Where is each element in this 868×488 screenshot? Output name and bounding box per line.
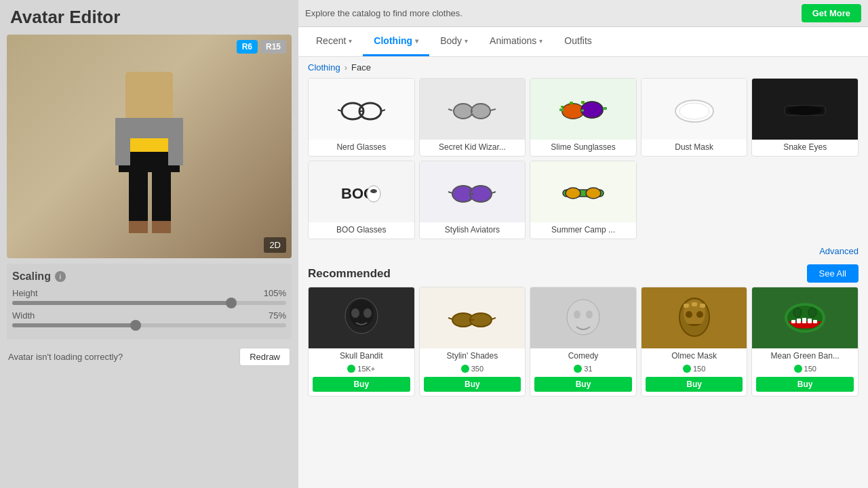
page-title: Avatar Editor bbox=[7, 7, 292, 28]
item-price-olmec-mask: 150 bbox=[642, 365, 747, 375]
item-mean-green-ban[interactable]: Mean Green Ban... 150 Buy bbox=[751, 287, 859, 396]
advanced-link[interactable]: Advanced bbox=[308, 246, 859, 256]
item-img-stylish-aviators bbox=[420, 161, 526, 222]
svg-rect-55 bbox=[791, 320, 795, 323]
svg-line-7 bbox=[448, 109, 452, 110]
item-stylish-aviators[interactable]: Stylish Aviators bbox=[419, 161, 526, 239]
item-dust-mask[interactable]: Dust Mask bbox=[641, 78, 748, 157]
svg-rect-57 bbox=[802, 318, 806, 323]
item-img-boo-glasses: BOO bbox=[309, 161, 414, 222]
chevron-down-icon: ▾ bbox=[465, 37, 468, 45]
height-slider-thumb[interactable] bbox=[226, 298, 237, 308]
svg-rect-49 bbox=[692, 302, 697, 306]
left-panel: Avatar Editor R6 R15 bbox=[0, 0, 298, 488]
avatar-feet-right bbox=[152, 221, 171, 233]
tab-clothing[interactable]: Clothing ▾ bbox=[363, 27, 429, 56]
svg-point-22 bbox=[788, 106, 822, 115]
r6-badge[interactable]: R6 bbox=[237, 40, 258, 54]
svg-point-12 bbox=[581, 102, 603, 118]
get-more-button[interactable]: Get More bbox=[802, 4, 861, 22]
buy-button-stylin-shades[interactable]: Buy bbox=[424, 377, 521, 392]
scaling-info-icon[interactable]: i bbox=[55, 271, 66, 282]
buy-button-skull-bandit[interactable]: Buy bbox=[313, 377, 410, 392]
scaling-section: Scaling i Height 105% Width 75% bbox=[7, 264, 292, 340]
robux-icon bbox=[461, 365, 469, 373]
svg-line-41 bbox=[492, 318, 496, 319]
breadcrumb-separator: › bbox=[344, 62, 347, 73]
avatar-left-leg bbox=[129, 170, 148, 221]
svg-rect-16 bbox=[561, 106, 564, 108]
tab-animations[interactable]: Animations ▾ bbox=[479, 27, 553, 56]
catalog-topbar: Explore the catalog to find more clothes… bbox=[298, 0, 868, 27]
buy-button-olmec-mask[interactable]: Buy bbox=[646, 377, 743, 392]
avatar-error-text: Avatar isn't loading correctly? bbox=[8, 352, 123, 362]
svg-point-33 bbox=[586, 188, 601, 199]
svg-rect-13 bbox=[559, 108, 564, 111]
item-name-slime-sunglasses: Slime Sunglasses bbox=[530, 140, 636, 156]
item-img-slime-sunglasses bbox=[530, 79, 636, 140]
robux-icon bbox=[574, 365, 582, 373]
item-img-olmec-mask bbox=[642, 287, 747, 348]
svg-rect-14 bbox=[603, 107, 607, 110]
view-mode-badge[interactable]: 2D bbox=[264, 237, 286, 253]
item-name-comedy: Comedy bbox=[530, 348, 636, 365]
chevron-down-icon: ▾ bbox=[415, 37, 418, 45]
item-img-comedy bbox=[530, 287, 636, 348]
item-img-mean-green-ban bbox=[752, 287, 858, 348]
avatar-figure bbox=[95, 65, 203, 241]
item-name-snake-eyes: Snake Eyes bbox=[752, 140, 858, 156]
item-img-snake-eyes bbox=[752, 79, 858, 140]
item-name-nerd-glasses: Nerd Glasses bbox=[309, 140, 414, 156]
item-nerd-glasses[interactable]: Nerd Glasses bbox=[308, 78, 415, 157]
tab-recent[interactable]: Recent ▾ bbox=[305, 27, 363, 56]
nav-tabs: Recent ▾ Clothing ▾ Body ▾ Animations ▾ … bbox=[298, 27, 868, 57]
item-olmec-mask[interactable]: Olmec Mask 150 Buy bbox=[641, 287, 748, 396]
recommended-section-header: Recommended See All bbox=[308, 259, 859, 287]
item-boo-glasses[interactable]: BOO BOO Glasses bbox=[308, 161, 415, 239]
scaling-header: Scaling i bbox=[12, 270, 286, 283]
breadcrumb: Clothing › Face bbox=[298, 57, 868, 78]
tab-body[interactable]: Body ▾ bbox=[429, 27, 479, 56]
item-stylin-shades[interactable]: Stylin' Shades 350 Buy bbox=[419, 287, 526, 396]
svg-rect-58 bbox=[808, 319, 812, 323]
item-name-dust-mask: Dust Mask bbox=[642, 140, 747, 156]
item-skull-bandit[interactable]: Skull Bandit 15K+ Buy bbox=[308, 287, 415, 396]
buy-button-comedy[interactable]: Buy bbox=[534, 377, 632, 392]
breadcrumb-clothing-link[interactable]: Clothing bbox=[308, 62, 340, 73]
item-name-summer-camp: Summer Camp ... bbox=[530, 222, 636, 239]
recommended-title: Recommended bbox=[308, 267, 391, 281]
item-snake-eyes[interactable]: Snake Eyes bbox=[751, 78, 859, 157]
item-name-mean-green-ban: Mean Green Ban... bbox=[752, 348, 858, 365]
item-name-boo-glasses: BOO Glasses bbox=[309, 222, 414, 239]
buy-button-mean-green-ban[interactable]: Buy bbox=[756, 377, 854, 392]
item-price-comedy: 31 bbox=[530, 365, 636, 375]
avatar-badges: R6 R15 bbox=[237, 40, 286, 54]
avatar-error-row: Avatar isn't loading correctly? Redraw bbox=[7, 348, 292, 366]
item-comedy[interactable]: Comedy 31 Buy bbox=[530, 287, 637, 396]
width-slider-track[interactable] bbox=[12, 323, 286, 327]
tab-outfits[interactable]: Outfits bbox=[553, 27, 602, 56]
svg-rect-48 bbox=[684, 304, 689, 308]
svg-point-32 bbox=[566, 188, 580, 199]
height-slider-track[interactable] bbox=[12, 301, 286, 305]
item-name-stylish-aviators: Stylish Aviators bbox=[420, 222, 526, 239]
robux-icon bbox=[347, 365, 355, 373]
height-label: Height bbox=[12, 288, 38, 298]
chevron-down-icon: ▾ bbox=[349, 37, 352, 45]
item-summer-camp[interactable]: Summer Camp ... bbox=[530, 161, 637, 239]
width-label: Width bbox=[12, 310, 35, 321]
svg-rect-17 bbox=[570, 102, 573, 104]
r15-badge[interactable]: R15 bbox=[260, 40, 286, 54]
svg-point-44 bbox=[574, 310, 580, 319]
item-name-stylin-shades: Stylin' Shades bbox=[420, 348, 526, 365]
see-all-button[interactable]: See All bbox=[807, 264, 859, 283]
svg-point-5 bbox=[454, 104, 473, 119]
avatar-right-leg bbox=[152, 170, 171, 221]
width-slider-thumb[interactable] bbox=[130, 320, 141, 331]
svg-line-40 bbox=[448, 318, 452, 319]
item-secret-kid[interactable]: Secret Kid Wizar... bbox=[419, 78, 526, 157]
item-slime-sunglasses[interactable]: Slime Sunglasses bbox=[530, 78, 637, 157]
redraw-button[interactable]: Redraw bbox=[239, 348, 290, 366]
right-panel: Explore the catalog to find more clothes… bbox=[298, 0, 868, 488]
svg-line-29 bbox=[492, 192, 496, 193]
